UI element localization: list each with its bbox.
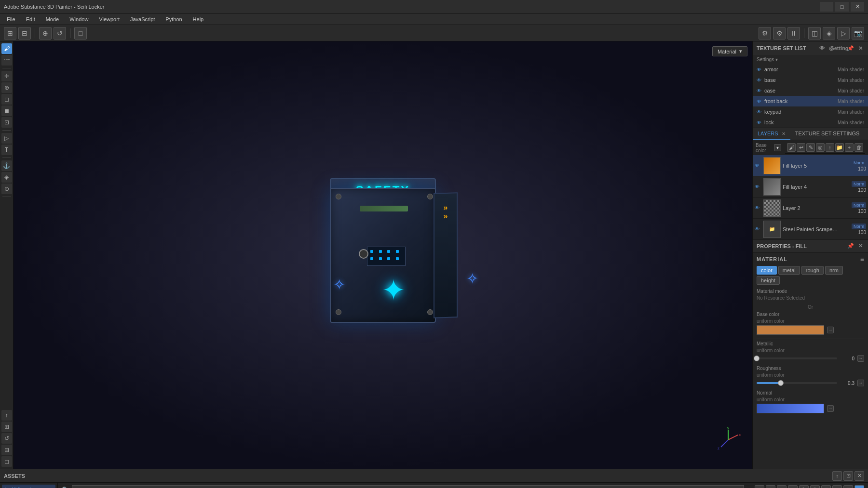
filter-btn5[interactable]: ✎ <box>799 485 809 488</box>
layer-tool-add[interactable]: + <box>845 143 854 152</box>
tool-layers2[interactable]: ⊞ <box>1 422 12 432</box>
toolbar-move-btn[interactable]: ⊕ <box>39 27 52 40</box>
tool-fill[interactable]: ◼ <box>1 106 12 116</box>
clear-search-btn[interactable]: ✕ <box>747 487 752 488</box>
layer-tool-5[interactable]: ↑ <box>826 143 834 152</box>
filter-btn6[interactable]: ⚙ <box>810 485 820 488</box>
normal-connect[interactable]: → <box>827 405 834 412</box>
eye-fill-icon[interactable]: 👁 <box>818 44 826 52</box>
minimize-button[interactable]: ─ <box>820 2 833 12</box>
menu-window[interactable]: Window <box>65 15 93 23</box>
settings-dropdown-btn[interactable]: Settings <box>837 44 845 52</box>
view-size-btn[interactable]: ⊟ <box>843 485 853 488</box>
menu-help[interactable]: Help <box>188 15 209 23</box>
tool-smudge[interactable]: 〰 <box>1 55 12 66</box>
tool-import[interactable]: ↑ <box>1 410 12 421</box>
tool-extra[interactable]: ⊟ <box>1 445 12 455</box>
menu-viewport[interactable]: Viewport <box>94 15 124 23</box>
layers-tab-close[interactable]: ✕ <box>782 131 786 136</box>
base-color-connect[interactable]: → <box>827 327 834 333</box>
base-color-swatch[interactable] <box>757 325 824 335</box>
toolbar-view-btn[interactable]: □ <box>74 27 87 40</box>
toolbar-view3d-btn[interactable]: ◫ <box>808 27 821 40</box>
metallic-connect[interactable]: → <box>857 355 864 362</box>
layer-tool-1[interactable]: 🖌 <box>787 143 796 152</box>
tool-project[interactable]: ⊡ <box>1 117 12 128</box>
material-dropdown[interactable]: Material ▾ <box>712 46 747 56</box>
view-thumb-btn[interactable]: ⊡ <box>854 485 864 488</box>
tool-erase[interactable]: ◻ <box>1 94 12 105</box>
texture-item-armor[interactable]: 👁 armor Main shader <box>753 64 868 75</box>
layer-item-layer2[interactable]: 👁 Layer 2 Norm 100 <box>753 198 868 219</box>
tool-bake[interactable]: ⊙ <box>1 184 12 194</box>
tool-text[interactable]: T <box>1 145 12 155</box>
filter-btn1[interactable]: ⊙ <box>755 485 764 488</box>
toolbar-grid-btn[interactable]: ⊞ <box>4 27 16 40</box>
channel-nrm[interactable]: nrm <box>825 266 843 275</box>
pin-icon[interactable]: 📌 <box>847 44 854 52</box>
props-close[interactable]: ✕ <box>856 242 864 250</box>
assets-import-btn[interactable]: ↑ <box>832 471 842 481</box>
view-list-btn[interactable]: ≡ <box>832 485 842 488</box>
toolbar-settings1-btn[interactable]: ⚙ <box>759 27 771 40</box>
tool-anchor[interactable]: ⚓ <box>1 160 12 171</box>
menu-mode[interactable]: Mode <box>41 15 64 23</box>
layer-item-steel[interactable]: 👁 📁 Steel Painted Scraped Green Norm 100 <box>753 219 868 240</box>
filter-btn2[interactable]: ◎ <box>766 485 775 488</box>
menu-javascript[interactable]: JavaScript <box>125 15 160 23</box>
menu-file[interactable]: File <box>2 15 20 23</box>
maximize-button[interactable]: □ <box>835 2 849 12</box>
material-menu-icon[interactable]: ≡ <box>860 255 864 263</box>
texture-close-icon[interactable]: ✕ <box>856 44 864 52</box>
layer-item-fill5[interactable]: 👁 Fill layer 5 Norm 100 <box>753 155 868 176</box>
toolbar-video-btn[interactable]: ▷ <box>837 27 850 40</box>
texture-item-frontback[interactable]: 👁 front back Main shader <box>753 96 868 106</box>
filter-btn4[interactable]: ◇ <box>788 485 798 488</box>
normal-swatch[interactable] <box>757 404 824 413</box>
assets-search-input[interactable] <box>72 485 744 488</box>
texture-item-case[interactable]: 👁 case Main shader <box>753 85 868 96</box>
close-button[interactable]: ✕ <box>851 2 864 12</box>
tool-history[interactable]: ↺ <box>1 433 12 444</box>
roughness-connect[interactable]: → <box>857 380 864 386</box>
tab-texture-set-settings[interactable]: TEXTURE SET SETTINGS <box>790 128 865 140</box>
toolbar-grid2-btn[interactable]: ⊟ <box>18 27 31 40</box>
base-color-selector[interactable]: ▾ <box>774 144 781 151</box>
tool-mask[interactable]: ◈ <box>1 172 12 183</box>
channel-metal[interactable]: metal <box>778 266 800 275</box>
menu-edit[interactable]: Edit <box>21 15 40 23</box>
props-pin[interactable]: 📌 <box>847 242 854 250</box>
filter-btn3[interactable]: □ <box>777 485 787 488</box>
texture-item-keypad[interactable]: 👁 keypad Main shader <box>753 106 868 117</box>
layer-tool-2[interactable]: ↩ <box>797 143 805 152</box>
metallic-thumb[interactable] <box>754 356 760 361</box>
toolbar-camera-btn[interactable]: 📷 <box>852 27 864 40</box>
channel-rough[interactable]: rough <box>801 266 824 275</box>
toolbar-settings2-btn[interactable]: ⚙ <box>773 27 786 40</box>
layer-tool-6[interactable]: 📁 <box>835 143 844 152</box>
texture-item-base[interactable]: 👁 base Main shader <box>753 75 868 85</box>
roughness-thumb[interactable] <box>778 380 784 386</box>
layer-item-fill4[interactable]: 👁 Fill layer 4 Norm 100 <box>753 176 868 198</box>
channel-color[interactable]: color <box>757 266 777 275</box>
layer-tool-trash[interactable]: 🗑 <box>854 143 863 152</box>
menu-python[interactable]: Python <box>161 15 187 23</box>
tool-snap[interactable]: ◻ <box>1 456 12 467</box>
toolbar-pause-btn[interactable]: ⏸ <box>787 27 800 40</box>
assets-expand-btn[interactable]: ⊡ <box>843 471 853 481</box>
tab-layers[interactable]: LAYERS ✕ <box>753 128 790 140</box>
assets-close-btn[interactable]: ✕ <box>854 471 864 481</box>
channel-height[interactable]: height <box>757 276 780 285</box>
toolbar-material-btn[interactable]: ◈ <box>823 27 835 40</box>
texture-item-lock[interactable]: 👁 lock Main shader <box>753 117 868 128</box>
tool-paint[interactable]: 🖌 <box>1 43 12 54</box>
layer-tool-4[interactable]: ◎ <box>816 143 825 152</box>
viewport[interactable]: Material ▾ SAFETY » <box>14 41 752 469</box>
tool-pick[interactable]: ✛ <box>1 71 12 81</box>
tool-clone[interactable]: ⊕ <box>1 82 12 93</box>
toolbar-rotate-btn[interactable]: ↺ <box>54 27 66 40</box>
tool-measure[interactable]: ▷ <box>1 133 12 144</box>
layer-tool-3[interactable]: ✎ <box>806 143 815 152</box>
view-grid-btn[interactable]: ⊞ <box>821 485 831 488</box>
sidebar-all-libraries[interactable]: ▶ All libraries <box>2 485 55 488</box>
